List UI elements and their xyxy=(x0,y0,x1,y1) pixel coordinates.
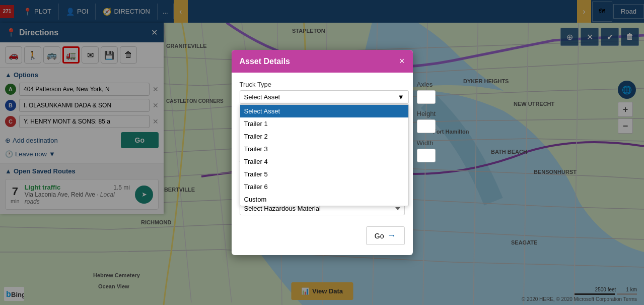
go-arrow-icon: → xyxy=(387,230,396,241)
asset-option-trailer3[interactable]: Trailer 3 xyxy=(240,143,408,155)
modal-go-button[interactable]: Go → xyxy=(366,226,405,245)
right-fields-section: Axles Height Width xyxy=(417,81,436,185)
asset-option-trailer2[interactable]: Trailer 2 xyxy=(240,130,408,143)
select-asset-container: Select Asset ▼ Select Asset Trailer 1 Tr… xyxy=(240,90,409,104)
asset-modal-title: Asset Details xyxy=(240,57,291,66)
width-input[interactable] xyxy=(417,149,436,162)
height-label: Height xyxy=(417,110,436,117)
modal-overlay[interactable]: Asset Details × Truck Type Select Asset … xyxy=(0,0,644,305)
truck-axles-row: Truck Type Select Asset ▼ Select Asset T… xyxy=(240,81,405,185)
select-asset-button[interactable]: Select Asset ▼ xyxy=(240,90,409,104)
asset-option-custom[interactable]: Custom xyxy=(240,193,408,206)
dropdown-arrow-icon: ▼ xyxy=(398,93,404,101)
axles-input[interactable] xyxy=(417,90,436,104)
truck-type-label: Truck Type xyxy=(240,81,409,88)
asset-modal-close-button[interactable]: × xyxy=(399,56,405,67)
asset-option-trailer5[interactable]: Trailer 5 xyxy=(240,168,408,180)
asset-modal: Asset Details × Truck Type Select Asset … xyxy=(232,50,413,255)
axles-label: Axles xyxy=(417,81,436,88)
width-label: Width xyxy=(417,139,436,147)
asset-option-select[interactable]: Select Asset xyxy=(240,105,408,117)
asset-modal-header: Asset Details × xyxy=(232,50,413,73)
asset-option-trailer6[interactable]: Trailer 6 xyxy=(240,180,408,193)
modal-footer: Go → xyxy=(240,223,405,247)
height-input[interactable] xyxy=(417,119,436,133)
asset-modal-body: Truck Type Select Asset ▼ Select Asset T… xyxy=(232,73,413,255)
truck-type-section: Truck Type Select Asset ▼ Select Asset T… xyxy=(240,81,409,185)
asset-option-trailer4[interactable]: Trailer 4 xyxy=(240,155,408,168)
asset-option-trailer1[interactable]: Trailer 1 xyxy=(240,117,408,130)
asset-dropdown: Select Asset Trailer 1 Trailer 2 Trailer… xyxy=(240,104,409,206)
